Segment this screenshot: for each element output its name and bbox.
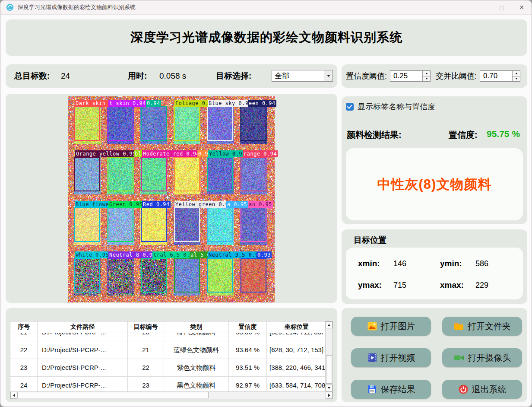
arrow-down-icon <box>425 78 428 79</box>
iou-threshold-value: 0.70 <box>480 71 512 81</box>
detection-label: 0.94 <box>146 100 161 107</box>
target-select-dropdown[interactable]: 全部 <box>272 70 333 82</box>
folder-icon <box>453 321 464 331</box>
show-labels-checkbox-row: 显示标签名称与置信度 <box>346 102 435 112</box>
detection-label: Foliage 0.9 <box>174 100 213 107</box>
cell-confidence: 93.64 % <box>229 341 267 359</box>
confidence-threshold-spinbox[interactable]: 0.25 <box>390 70 431 82</box>
cell-confidence: 93.66 % <box>229 333 267 341</box>
ymin-value: 586 <box>475 259 488 268</box>
spin-down-button[interactable] <box>513 76 520 82</box>
camera-icon <box>453 353 465 363</box>
open-folder-button[interactable]: 打开文件夹 <box>442 317 522 336</box>
detection-label: een 0.94 <box>248 100 276 107</box>
iou-threshold-spinbox[interactable]: 0.70 <box>480 70 520 82</box>
cell-index: 21 <box>10 333 38 341</box>
cell-category: 蓝绿色文物颜料 <box>164 341 229 359</box>
detection-label: Blue flower <box>75 201 113 208</box>
maximize-button[interactable]: ▢ <box>492 0 512 14</box>
elapsed-value: 0.058 s <box>159 64 186 88</box>
arrow-right-icon <box>328 394 330 397</box>
scroll-down-button[interactable] <box>326 385 332 391</box>
pigment-result-text: 中性灰(8)文物颜料 <box>377 175 492 194</box>
spin-up-button[interactable] <box>513 71 520 76</box>
horizontal-scrollbar-thumb[interactable] <box>17 392 209 398</box>
total-targets-value: 24 <box>61 64 70 88</box>
arrow-down-icon <box>515 78 518 79</box>
cell-coords: [629, 214, 711, 337] <box>267 333 332 341</box>
mouse-cursor <box>164 194 171 201</box>
spin-down-button[interactable] <box>423 76 430 82</box>
ymin-label: ymin: <box>440 259 462 268</box>
cell-category: 橙色文物颜料 <box>164 333 229 341</box>
scroll-up-button[interactable] <box>326 321 332 328</box>
titlebar: 深度学习光谱成像数据的彩绘文物颜料识别系统 — ▢ ✕ <box>0 0 532 15</box>
show-labels-label: 显示标签名称与置信度 <box>358 102 435 112</box>
close-button[interactable]: ✕ <box>512 0 532 14</box>
horizontal-scrollbar[interactable] <box>10 391 332 399</box>
table-row[interactable]: 22 D:/Project/SI-PCRP-... 21 蓝绿色文物颜料 93.… <box>10 341 332 359</box>
xmin-value: 146 <box>393 259 406 268</box>
detection-label: Green 0.95 <box>108 201 143 208</box>
window-title: 深度学习光谱成像数据的彩绘文物颜料识别系统 <box>18 3 136 11</box>
app-window: 深度学习光谱成像数据的彩绘文物颜料识别系统 — ▢ ✕ 深度学习光谱成像数据的彩… <box>0 0 532 407</box>
ymax-label: ymax: <box>358 280 382 290</box>
col-header-target-id: 目标编号 <box>128 321 164 333</box>
col-header-coords: 坐标位置 <box>267 321 332 333</box>
arrow-left-icon <box>13 394 15 397</box>
target-select-label: 目标选择: <box>216 64 251 88</box>
vertical-scrollbar-thumb[interactable] <box>326 355 332 384</box>
window-controls: — ▢ ✕ <box>472 0 532 14</box>
table-row[interactable]: 24 D:/Project/SI-PCRP-... 23 黑色文物颜料 92.9… <box>10 377 332 393</box>
detection-label: range 0.94 <box>243 150 278 157</box>
cell-confidence: 92.97 % <box>229 377 267 393</box>
detection-label: White 0.95 <box>75 251 110 258</box>
target-position-panel: 目标位置 xmin: 146 ymin: 586 ymax: 715 xmax:… <box>342 229 527 304</box>
open-video-button[interactable]: 打开视频 <box>351 348 431 367</box>
dropdown-arrow-button[interactable] <box>324 70 332 81</box>
detection-label: Orange yellow 0.95 <box>75 150 137 157</box>
confidence-threshold-value: 0.25 <box>390 71 422 81</box>
col-header-index: 序号 <box>10 321 38 333</box>
cell-index: 23 <box>10 359 38 376</box>
open-camera-button[interactable]: 打开摄像头 <box>442 348 522 367</box>
table-row[interactable]: 21 D:/Project/SI-PCRP-... 20 橙色文物颜料 93.6… <box>10 333 332 341</box>
cell-index: 22 <box>10 341 38 359</box>
open-image-button[interactable]: 打开图片 <box>351 317 431 336</box>
detection-label: 0.93 <box>256 251 272 258</box>
minimize-button[interactable]: — <box>472 0 492 14</box>
chevron-down-icon <box>327 75 330 77</box>
image-overlay: Dark skin 0.94t skin 0.94 0.94Foliage 0.… <box>68 96 275 302</box>
arrow-up-icon <box>328 324 330 326</box>
xmin-label: xmin: <box>358 259 380 268</box>
target-position-box: xmin: 146 ymin: 586 ymax: 715 xmax: 229 <box>346 248 523 299</box>
cell-index: 24 <box>10 377 38 393</box>
table-row[interactable]: 23 D:/Project/SI-PCRP-... 22 紫色文物颜料 93.5… <box>10 359 332 377</box>
vertical-scrollbar[interactable] <box>325 321 332 391</box>
arrow-up-icon <box>425 73 428 74</box>
horizontal-scrollbar-track[interactable] <box>17 392 326 399</box>
open-camera-label: 打开摄像头 <box>468 352 511 364</box>
exit-system-button[interactable]: 退出系统 <box>442 380 522 399</box>
detection-label: Moderate red 0.94 <box>142 150 200 157</box>
results-table: 序号 文件路径 目标编号 类别 置信度 坐标位置 21 D:/Project/S… <box>10 321 333 399</box>
scroll-left-button[interactable] <box>10 392 17 399</box>
save-icon <box>367 384 377 394</box>
cell-coords: [633, 584, 714, 708] <box>267 377 332 393</box>
cell-target-id: 22 <box>128 359 164 376</box>
scroll-right-button[interactable] <box>326 392 332 399</box>
show-labels-checkbox[interactable] <box>346 103 354 111</box>
spin-up-button[interactable] <box>423 71 430 76</box>
detection-label: Blue sky 0.95 <box>208 100 253 107</box>
app-logo-icon <box>6 3 14 11</box>
total-targets-label: 总目标数: <box>14 64 50 88</box>
power-icon <box>458 384 469 394</box>
save-results-button[interactable]: 保存结果 <box>351 380 431 399</box>
col-header-filepath: 文件路径 <box>38 321 128 333</box>
ymax-value: 715 <box>393 281 406 290</box>
elapsed-label: 用时: <box>128 64 147 88</box>
detection-label: Yellow green 0.95 <box>174 201 233 208</box>
confidence-threshold-label: 置信度阈值: <box>346 64 387 88</box>
xmax-value: 229 <box>475 281 488 290</box>
spectral-image[interactable]: Dark skin 0.94t skin 0.94 0.94Foliage 0.… <box>68 96 275 302</box>
